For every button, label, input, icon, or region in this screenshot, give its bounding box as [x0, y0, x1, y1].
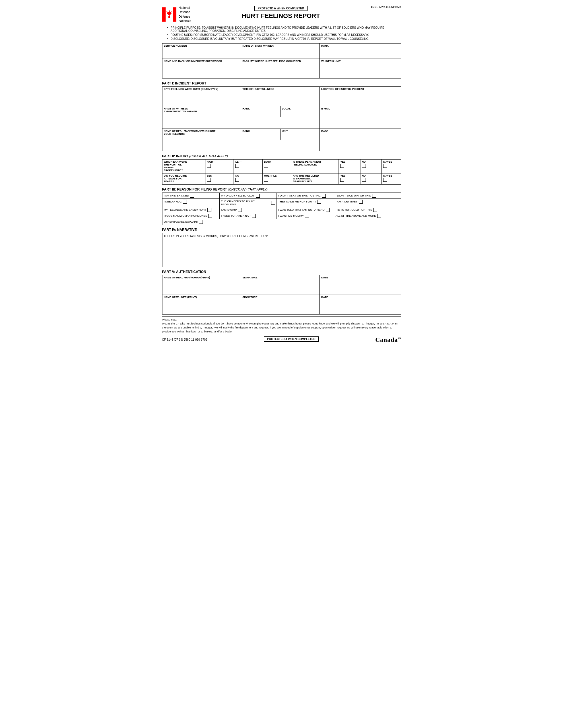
time-hurtfullness-label: TIME OF HURTFULLNESS [242, 88, 318, 90]
sissy-whiner-cell[interactable]: NAME OF SISSY WHINER [241, 43, 320, 59]
damage-no-cell[interactable]: NO [360, 159, 382, 173]
reason-hormones-cell[interactable]: I HAVE MAN/WOMAN HORMONES [162, 213, 219, 219]
real-person-sig-cell[interactable]: SIGNATURE [241, 275, 320, 295]
tissue-multiple-checkbox[interactable] [264, 178, 268, 182]
reason-nap-checkbox[interactable] [252, 214, 256, 218]
witness-rank-label: RANK [242, 107, 278, 110]
reason-wimp-checkbox[interactable] [238, 208, 242, 212]
damage-maybe-cell[interactable]: MAYBE [382, 159, 401, 173]
reason-easily-hurt-checkbox[interactable] [207, 208, 211, 212]
hurter-unit-cell[interactable]: UNIT [280, 129, 320, 140]
tbi-no-checkbox[interactable] [362, 178, 366, 182]
tissue-yes-cell[interactable]: YES [205, 173, 234, 184]
facility-cell[interactable]: FACILITY WHERE HURT FEELINGS OCCURRED [241, 59, 320, 78]
damage-no-checkbox[interactable] [362, 164, 366, 168]
reason-hot-cold-checkbox[interactable] [373, 208, 377, 212]
time-hurtfullness-cell[interactable]: TIME OF HURTFULLNESS [241, 86, 320, 106]
reason-signup-cell[interactable]: I DIDN'T SIGN UP FOR THIS [334, 193, 401, 198]
hurter-rank-cell[interactable]: RANK [241, 129, 280, 140]
reason-cf-checkbox[interactable] [271, 201, 275, 205]
tissue-yes-checkbox[interactable] [207, 178, 211, 182]
reason-hormones-checkbox[interactable] [208, 214, 212, 218]
reason-all-checkbox[interactable] [377, 214, 381, 218]
damage-yes-cell[interactable]: YES [339, 159, 361, 173]
supervisor-cell[interactable]: NAME AND RANK OF IMMEDIATE SUPERVISOR [162, 59, 241, 78]
sissy-whiner-value [242, 48, 318, 58]
reason-cf-cell[interactable]: THE CF NEEDS TO FIX MY PROBLEMS [219, 198, 276, 207]
real-person-date-cell[interactable]: DATE [320, 275, 401, 295]
reason-hug-checkbox[interactable] [183, 200, 187, 204]
reason-thin-cell[interactable]: I AM THIN SKINNED [162, 193, 219, 198]
hurter-rank-unit-table: RANK UNIT [241, 129, 320, 140]
reason-daddy-cell[interactable]: MY DADDY YELLED A LOT [219, 193, 276, 198]
witness-rank-cell[interactable]: RANK [241, 106, 280, 117]
tissue-no-checkbox[interactable] [235, 178, 239, 182]
tbi-maybe-cell[interactable]: MAYBE [382, 173, 401, 184]
ear-right-checkbox[interactable] [207, 164, 211, 168]
facility-label: FACILITY WHERE HURT FEELINGS OCCURRED [242, 60, 318, 63]
rank-cell[interactable]: RANK [320, 43, 401, 59]
rank-local-table: RANK LOCAL [241, 106, 320, 117]
reason-crybaby-cell[interactable]: I AM A CRY BABY [334, 198, 401, 207]
footer-note-heading: Please note: [162, 318, 401, 322]
reason-all-label: ALL OF THE ABOVE AND MORE [336, 214, 376, 217]
reason-all-cell[interactable]: ALL OF THE ABOVE AND MORE [334, 213, 401, 219]
reason-hug-cell[interactable]: I NEED A HUG [162, 198, 219, 207]
tbi-yes-checkbox[interactable] [340, 178, 344, 182]
tissue-no-label: NO [235, 174, 261, 177]
ear-both-checkbox[interactable] [264, 164, 268, 168]
reason-nap-cell[interactable]: I NEED TO TAKE A NAP [219, 213, 276, 219]
tbi-yes-cell[interactable]: YES [339, 173, 361, 184]
whiner-print-cell[interactable]: NAME OF WHINER (PRINT) [162, 295, 241, 314]
real-person-print-cell[interactable]: NAME OF REAL MAN/WOMAN(PRINT) [162, 275, 241, 295]
hurter-base-cell[interactable]: BASE [320, 129, 401, 151]
service-number-cell[interactable]: SERVICE NUMBER [162, 43, 241, 59]
location-incident-cell[interactable]: LOCATION OF HURTFUL INCIDENT [320, 86, 401, 106]
real-person-date-label: DATE [321, 276, 399, 279]
reason-thin-label: I AM THIN SKINNED [164, 194, 189, 197]
unit-cell[interactable]: WHINER'S UNIT [320, 59, 401, 78]
reason-pt-label: THEY MADE ME RUN FOR PT [278, 200, 316, 203]
reason-daddy-checkbox[interactable] [256, 194, 260, 198]
part2-header: PART II: INJURY (CHECK ALL THAT APPLY) [162, 154, 401, 159]
hurter-name-cell[interactable]: NAME OF REAL MAN/WOMAN WHO HURTYOUR FEEL… [162, 129, 241, 151]
reason-crybaby-checkbox[interactable] [359, 200, 363, 204]
reason-mommy-cell[interactable]: I WANT MY MOMMY [277, 213, 334, 219]
tbi-no-cell[interactable]: NO [360, 173, 382, 184]
reason-thin-checkbox[interactable] [190, 194, 194, 198]
whiner-date-cell[interactable]: DATE [320, 295, 401, 314]
damage-maybe-checkbox[interactable] [383, 164, 387, 168]
reason-posting-cell[interactable]: I DIDN'T ASK FOR THIS POSTING [277, 193, 334, 198]
unit-value [321, 63, 399, 77]
reason-hero-checkbox[interactable] [326, 208, 330, 212]
tbi-maybe-checkbox[interactable] [383, 178, 387, 182]
ear-both-cell[interactable]: BOTH [262, 159, 291, 173]
reason-pt-cell[interactable]: THEY MADE ME RUN FOR PT [277, 198, 334, 207]
damage-yes-checkbox[interactable] [340, 164, 344, 168]
witness-cell[interactable]: NAME OF WITNESSSYMPATHETIC TO WHINER [162, 106, 241, 129]
witness-email-label: E-MAIL [321, 107, 399, 110]
witness-local-cell[interactable]: LOCAL [280, 106, 320, 117]
reason-hot-cold-cell[interactable]: ITS TO HOT/COLD FOR THIS [334, 207, 401, 213]
narrative-box[interactable]: TELL US IN YOUR OWN, SISSY WORDS, HOW YO… [162, 233, 401, 267]
ear-left-cell[interactable]: LEFT [234, 159, 262, 173]
whiner-sig-cell[interactable]: SIGNATURE [241, 295, 320, 314]
reason-signup-checkbox[interactable] [372, 194, 376, 198]
ear-left-checkbox[interactable] [235, 164, 239, 168]
reason-wimp-cell[interactable]: I AM A WIMP [219, 207, 276, 213]
reason-mommy-checkbox[interactable] [305, 214, 309, 218]
tissue-no-cell[interactable]: NO [234, 173, 262, 184]
reason-hero-cell[interactable]: I WAS TOLD THAT I AM NOT A HERO [277, 207, 334, 213]
witness-email-cell[interactable]: E-MAIL [320, 106, 401, 129]
svg-rect-3 [168, 16, 170, 18]
tissue-multiple-cell[interactable]: MULTIPLE [262, 173, 291, 184]
reason-easily-hurt-cell[interactable]: MY FEELINGS ARE EASILY HURT [162, 207, 219, 213]
reason-pt-checkbox[interactable] [317, 200, 321, 204]
reason-other-cell[interactable]: OTHER(PLEASE EXPLAIN) [162, 219, 401, 225]
reason-other-checkbox[interactable] [199, 220, 203, 224]
tbi-no-label: NO [362, 174, 380, 177]
reason-posting-checkbox[interactable] [322, 194, 326, 198]
footer-note-body: We, as the CF take hurt feelings serious… [162, 322, 401, 334]
date-feelings-cell[interactable]: DATE FEELINGS WERE HURT (DD/MMYYYY) [162, 86, 241, 106]
ear-right-cell[interactable]: RIGHT [205, 159, 234, 173]
